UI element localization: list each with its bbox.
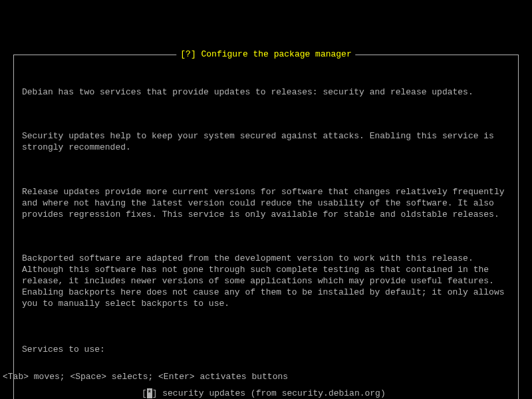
checkbox-security-updates[interactable]: [*] security updates (from security.debi… — [142, 388, 510, 399]
paragraph: Security updates help to keep your syste… — [22, 131, 510, 154]
paragraph: Debian has two services that provide upd… — [22, 87, 510, 98]
status-bar: <Tab> moves; <Space> selects; <Enter> ac… — [3, 372, 288, 383]
dialog-title: [?] Configure the package manager — [176, 49, 355, 61]
checkbox-mark: * — [147, 388, 152, 398]
dialog-box: [?] Configure the package manager Debian… — [13, 55, 519, 399]
paragraph: Backported software are adapted from the… — [22, 253, 510, 309]
checkbox-list: [*] security updates (from security.debi… — [142, 388, 510, 399]
checkbox-label: security updates (from security.debian.o… — [162, 388, 385, 398]
services-prompt: Services to use: — [22, 344, 510, 356]
paragraph: Release updates provide more current ver… — [22, 187, 510, 221]
dialog-body: Debian has two services that provide upd… — [22, 65, 510, 388]
